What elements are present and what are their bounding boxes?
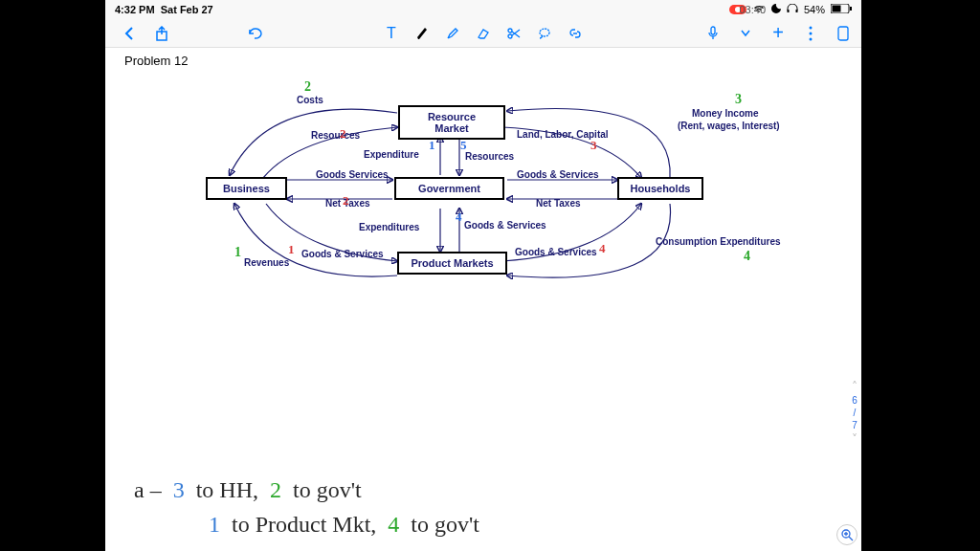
- ann-b1: 1: [429, 138, 435, 153]
- ann-r5: 4: [599, 241, 606, 256]
- lbl-expenditures: Expenditures: [359, 222, 419, 232]
- battery-icon: [831, 4, 852, 15]
- page-counter: ˄ 6 / 7 ˅: [852, 380, 858, 446]
- hw-1a: 3: [173, 473, 185, 507]
- hw-prefix: a –: [134, 473, 162, 507]
- battery-percent: 54%: [804, 4, 825, 15]
- lbl-expenditure: Expenditure: [364, 149, 419, 160]
- highlighter-tool[interactable]: [444, 25, 461, 42]
- ann-r2: 1: [288, 242, 295, 257]
- lbl-gs5: Goods & Services: [515, 247, 597, 257]
- app-window: 4:32 PM Sat Feb 27 54%: [105, 0, 861, 551]
- svg-point-7: [508, 34, 512, 38]
- svg-point-11: [810, 32, 813, 34]
- circular-flow-diagram: Resource Market Business Government Hous…: [153, 84, 813, 304]
- chevron-down-page-icon[interactable]: ˅: [852, 432, 858, 446]
- svg-point-12: [810, 37, 813, 40]
- lbl-costs: Costs: [297, 95, 323, 105]
- status-time: 4:32 PM Sat Feb 27: [115, 4, 213, 15]
- page-sep: /: [854, 408, 857, 418]
- ann-g1: 2: [304, 79, 311, 95]
- svg-point-8: [540, 29, 549, 36]
- lbl-resources2: Resources: [465, 151, 514, 162]
- handwritten-answer: a – 3 to HH, 2 to gov't 1 to Product Mkt…: [134, 473, 479, 541]
- hw-2c: 4: [388, 507, 399, 541]
- svg-rect-0: [787, 10, 789, 12]
- hw-2d: to gov't: [411, 507, 479, 541]
- add-button[interactable]: +: [769, 25, 787, 42]
- svg-rect-1: [795, 10, 797, 12]
- pen-tool[interactable]: [413, 25, 431, 42]
- hw-1d: to gov't: [293, 473, 362, 507]
- lbl-gs1: Goods Services: [316, 169, 389, 180]
- more-button[interactable]: [802, 25, 819, 42]
- page-current: 6: [852, 395, 858, 406]
- lbl-money-income: Money Income: [692, 108, 758, 119]
- eraser-tool[interactable]: [475, 25, 492, 42]
- lbl-gs2: Goods & Services: [517, 169, 599, 180]
- chevron-up-icon[interactable]: ˄: [852, 380, 858, 393]
- ann-r4: 3: [590, 138, 597, 153]
- svg-point-6: [508, 29, 512, 33]
- ann-b3: 4: [456, 209, 462, 225]
- mic-button[interactable]: [704, 25, 722, 42]
- box-households: Households: [617, 177, 703, 200]
- ann-r3: 2: [343, 193, 349, 209]
- moon-icon: [771, 4, 781, 15]
- hw-1c: 2: [270, 473, 281, 507]
- hw-1b: to HH,: [196, 473, 258, 507]
- box-product-markets: Product Markets: [397, 252, 507, 275]
- hw-2a: 1: [209, 507, 220, 541]
- chevron-down-icon[interactable]: [737, 25, 754, 42]
- box-government: Government: [394, 177, 504, 200]
- ann-r1: 2: [340, 126, 346, 142]
- lasso-tool[interactable]: [536, 25, 553, 42]
- link-tool[interactable]: [567, 25, 584, 42]
- page-total: 7: [852, 420, 858, 430]
- scissors-tool[interactable]: [505, 25, 523, 42]
- hw-2b: to Product Mkt,: [232, 507, 376, 541]
- lbl-revenues: Revenues: [244, 257, 289, 268]
- lbl-gs4: Goods & Services: [301, 249, 384, 259]
- svg-rect-13: [838, 27, 848, 40]
- svg-rect-9: [711, 27, 715, 34]
- tablet-icon[interactable]: [835, 25, 852, 42]
- svg-rect-3: [833, 6, 841, 12]
- box-resource-market: Resource Market: [398, 105, 505, 140]
- lbl-cons-exp: Consumption Expenditures: [656, 236, 781, 247]
- toolbar: T 03:40: [105, 19, 861, 48]
- ann-g3: 3: [735, 92, 742, 107]
- lbl-resources1: Resources: [311, 130, 360, 141]
- svg-point-10: [810, 26, 813, 29]
- back-button[interactable]: [121, 25, 138, 42]
- box-business: Business: [206, 177, 287, 200]
- page-title: Problem 12: [124, 54, 188, 68]
- lbl-money-income-sub: (Rent, wages, Interest): [678, 121, 780, 131]
- ann-b2: 5: [460, 138, 467, 153]
- svg-rect-4: [850, 7, 852, 11]
- share-button[interactable]: [153, 25, 170, 42]
- zoom-button[interactable]: [836, 524, 858, 545]
- text-tool[interactable]: T: [383, 25, 400, 42]
- ann-g2: 1: [234, 245, 241, 260]
- undo-button[interactable]: [247, 25, 264, 42]
- ann-g4: 4: [744, 249, 750, 264]
- headphones-icon: [787, 4, 798, 15]
- lbl-nt2: Net Taxes: [536, 198, 581, 209]
- lbl-gs3: Goods & Services: [464, 220, 546, 231]
- elapsed-time: 03:40: [739, 4, 766, 15]
- canvas[interactable]: Problem 12: [105, 48, 861, 551]
